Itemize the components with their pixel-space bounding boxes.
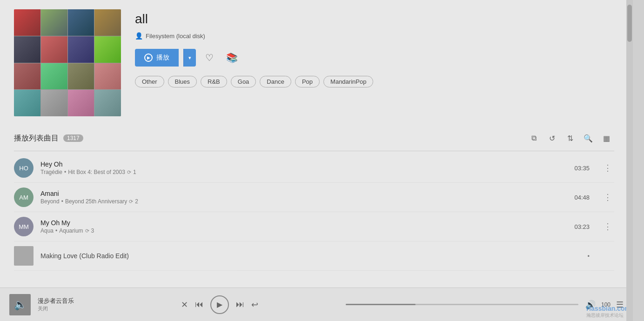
shuffle-button[interactable]: ✕ bbox=[181, 300, 188, 310]
track-item[interactable]: AM Amani Beyond • Beyond 25th Anniversar… bbox=[14, 183, 614, 212]
track-name: Hey Oh bbox=[40, 160, 567, 168]
track-item[interactable]: MM My Oh My Aqua • Aquarium ⟳ 3 03:23 ⋮ bbox=[14, 212, 614, 241]
album-cell bbox=[41, 9, 67, 36]
play-pause-button[interactable]: ▶ bbox=[210, 295, 229, 314]
action-row: ▶ 播放 ▾ ♡ 📚 bbox=[135, 49, 614, 67]
tag-dance[interactable]: Dance bbox=[260, 76, 291, 87]
track-meta: Tragédie • Hit Box 4: Best of 2003 ⟳ 1 bbox=[40, 169, 567, 175]
track-artist: Tragédie bbox=[40, 169, 62, 175]
album-cell bbox=[94, 36, 121, 63]
watermark: Hassbian.com 瀚思彼岸技术论坛 bbox=[586, 305, 631, 319]
track-meta: Beyond • Beyond 25th Anniversary ⟳ 2 bbox=[40, 198, 567, 205]
tag-other[interactable]: Other bbox=[135, 76, 164, 87]
track-info: Hey Oh Tragédie • Hit Box 4: Best of 200… bbox=[40, 160, 567, 175]
prev-button[interactable]: ⏮ bbox=[195, 300, 203, 309]
playlist-count-badge: 1317 bbox=[63, 134, 83, 142]
album-cell bbox=[94, 9, 121, 36]
track-duration: 03:23 bbox=[574, 223, 590, 230]
next-button[interactable]: ⏭ bbox=[236, 300, 244, 309]
source-row: 👤 Filesystem (local disk) bbox=[135, 32, 614, 40]
play-count-icon: ⟳ bbox=[85, 228, 89, 234]
bottom-player: 🔈 漫步者云音乐 关闭 ✕ ⏮ ▶ ⏭ ↩ 🔊 100 ☰ Hassbian.c… bbox=[0, 288, 633, 321]
track-meta: Aqua • Aquarium ⟳ 3 bbox=[40, 227, 567, 234]
playlist-tools: ⧉ ↺ ⇅ 🔍 ▦ bbox=[526, 130, 614, 146]
main-content: all 👤 Filesystem (local disk) ▶ 播放 ▾ ♡ 📚… bbox=[0, 0, 633, 321]
track-duration: 03:35 bbox=[574, 165, 590, 172]
player-thumbnail: 🔈 bbox=[9, 294, 31, 315]
track-avatar: MM bbox=[14, 217, 34, 236]
track-more-button[interactable]: ⋮ bbox=[601, 161, 614, 174]
play-button-label: 播放 bbox=[156, 54, 169, 62]
grid-tool-button[interactable]: ▦ bbox=[598, 130, 614, 146]
play-dropdown-button[interactable]: ▾ bbox=[183, 49, 196, 67]
track-info: Making Love (Club Radio Edit) bbox=[40, 252, 580, 260]
album-cell bbox=[68, 9, 94, 36]
play-count-icon: ⟳ bbox=[129, 199, 133, 205]
player-track-info: 漫步者云音乐 关闭 bbox=[38, 297, 94, 312]
track-artist: Aqua bbox=[40, 227, 54, 234]
tag-blues[interactable]: Blues bbox=[168, 76, 197, 87]
playlist-section: 播放列表曲目 1317 ⧉ ↺ ⇅ 🔍 ▦ HO Hey Oh Tragédie bbox=[0, 126, 633, 271]
player-track-sub: 关闭 bbox=[38, 305, 94, 312]
track-item[interactable]: Making Love (Club Radio Edit) • bbox=[14, 241, 614, 271]
progress-bar-fill bbox=[346, 304, 416, 305]
tag-pop[interactable]: Pop bbox=[295, 76, 320, 87]
track-thumb bbox=[14, 246, 34, 266]
track-more-button[interactable]: ⋮ bbox=[601, 220, 614, 233]
track-separator: • bbox=[64, 169, 66, 175]
album-art-grid bbox=[14, 9, 121, 116]
track-duration: 04:48 bbox=[574, 194, 590, 201]
tags-row: Other Blues R&B Goa Dance Pop MandarinPo… bbox=[135, 76, 614, 87]
track-separator: • bbox=[55, 227, 57, 234]
progress-area[interactable] bbox=[346, 304, 578, 305]
track-duration: • bbox=[587, 253, 590, 260]
track-play-count: 3 bbox=[91, 227, 94, 234]
track-separator: • bbox=[61, 198, 63, 205]
tag-mandarinpop[interactable]: MandarinPop bbox=[323, 76, 373, 87]
repeat-button[interactable]: ↩ bbox=[251, 300, 258, 310]
refresh-tool-button[interactable]: ↺ bbox=[544, 130, 560, 146]
track-list: HO Hey Oh Tragédie • Hit Box 4: Best of … bbox=[14, 154, 614, 271]
track-play-count: 1 bbox=[133, 169, 136, 175]
track-avatar: AM bbox=[14, 187, 34, 207]
playlist-title-row: 播放列表曲目 1317 bbox=[14, 134, 83, 143]
track-avatar: HO bbox=[14, 158, 34, 178]
sort-tool-button[interactable]: ⇅ bbox=[562, 130, 578, 146]
track-album: Hit Box 4: Best of 2003 bbox=[68, 169, 125, 175]
album-cell bbox=[14, 36, 40, 63]
copy-tool-button[interactable]: ⧉ bbox=[526, 130, 542, 146]
info-area: all 👤 Filesystem (local disk) ▶ 播放 ▾ ♡ 📚… bbox=[135, 9, 614, 87]
track-name: Amani bbox=[40, 190, 567, 197]
search-tool-button[interactable]: 🔍 bbox=[580, 130, 596, 146]
album-cell bbox=[41, 90, 67, 116]
library-button[interactable]: 📚 bbox=[223, 49, 241, 67]
track-more-button[interactable]: ⋮ bbox=[601, 191, 614, 204]
album-cell bbox=[14, 63, 40, 90]
tag-goa[interactable]: Goa bbox=[231, 76, 256, 87]
favorite-button[interactable]: ♡ bbox=[201, 49, 218, 67]
track-artist: Beyond bbox=[40, 198, 60, 205]
album-cell bbox=[94, 63, 121, 90]
track-play-count: 2 bbox=[135, 198, 138, 205]
track-more-button[interactable] bbox=[601, 249, 614, 262]
playlist-title: all bbox=[135, 12, 614, 27]
album-cell bbox=[14, 90, 40, 116]
track-name: Making Love (Club Radio Edit) bbox=[40, 252, 580, 260]
filesystem-icon: 👤 bbox=[135, 32, 143, 40]
watermark-top: Hassbian.com bbox=[586, 305, 631, 312]
play-button[interactable]: ▶ 播放 bbox=[135, 49, 179, 67]
progress-bar-background[interactable] bbox=[346, 304, 578, 305]
tag-rnb[interactable]: R&B bbox=[201, 76, 227, 87]
track-name: My Oh My bbox=[40, 219, 567, 227]
header-area: all 👤 Filesystem (local disk) ▶ 播放 ▾ ♡ 📚… bbox=[0, 0, 633, 126]
album-cell bbox=[94, 90, 121, 116]
album-cell bbox=[68, 36, 94, 63]
play-count-icon: ⟳ bbox=[127, 169, 131, 175]
album-cell bbox=[68, 63, 94, 90]
album-cell bbox=[68, 90, 94, 116]
scrollbar-thumb[interactable] bbox=[627, 5, 632, 42]
scrollbar[interactable] bbox=[626, 0, 633, 321]
track-item[interactable]: HO Hey Oh Tragédie • Hit Box 4: Best of … bbox=[14, 154, 614, 183]
play-circle-icon: ▶ bbox=[144, 54, 153, 62]
track-album: Beyond 25th Anniversary bbox=[65, 198, 127, 205]
